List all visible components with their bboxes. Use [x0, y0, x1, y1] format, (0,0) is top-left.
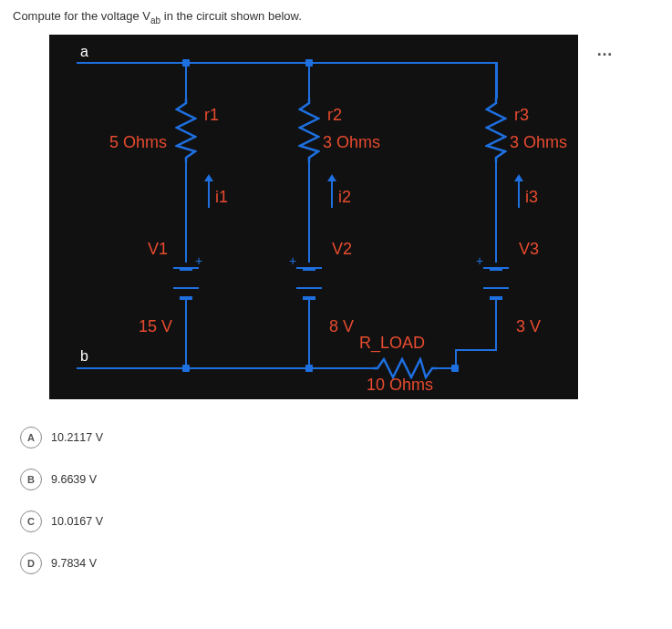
label-rload-val: 10 Ohms: [367, 376, 433, 395]
option-b[interactable]: B 9.6639 V: [16, 463, 659, 496]
terminal-a: a: [80, 44, 88, 60]
polarity-plus-1: +: [195, 253, 202, 268]
terminal-b: b: [80, 348, 88, 365]
resistor-r3: [485, 98, 507, 162]
option-text: 10.0167 V: [51, 515, 103, 528]
question-prefix: Compute for the voltage V: [13, 9, 150, 23]
resistor-r1: [175, 98, 197, 162]
answer-options: A 10.2117 V B 9.6639 V C 10.0167 V D 9.7…: [13, 421, 659, 580]
polarity-plus-3: +: [476, 253, 483, 268]
question-text: Compute for the voltage Vab in the circu…: [13, 9, 659, 26]
option-d[interactable]: D 9.7834 V: [16, 547, 659, 580]
option-text: 10.2117 V: [51, 431, 103, 444]
option-text: 9.7834 V: [51, 557, 97, 570]
label-r3-val: 3 Ohms: [510, 133, 567, 152]
label-r2-val: 3 Ohms: [323, 133, 380, 152]
ellipsis-icon: …: [596, 41, 615, 60]
question-sub: ab: [150, 15, 160, 26]
label-v2-name: V2: [332, 240, 352, 259]
more-options-button[interactable]: …: [594, 40, 616, 62]
label-rload-name: R_LOAD: [359, 334, 425, 353]
label-v3-name: V3: [519, 240, 539, 259]
option-letter: B: [20, 469, 42, 490]
polarity-plus-2: +: [289, 253, 296, 268]
label-v3-val: 3 V: [516, 317, 541, 336]
option-c[interactable]: C 10.0167 V: [16, 505, 659, 538]
label-i1: i1: [215, 188, 228, 207]
option-a[interactable]: A 10.2117 V: [16, 421, 659, 454]
label-i3: i3: [525, 188, 538, 207]
label-r1-val: 5 Ohms: [109, 133, 167, 152]
label-v2-val: 8 V: [329, 317, 354, 336]
label-v1-val: 15 V: [139, 317, 172, 336]
option-text: 9.6639 V: [51, 473, 97, 486]
label-v1-name: V1: [148, 240, 168, 259]
question-suffix: in the circuit shown below.: [160, 9, 302, 23]
resistor-r2: [298, 98, 320, 162]
option-letter: C: [20, 510, 42, 532]
circuit-diagram: a r1 5 Ohms i1 V1 +: [49, 35, 578, 399]
label-r3-name: r3: [514, 106, 529, 125]
label-r1-name: r1: [204, 106, 219, 125]
label-i2: i2: [338, 188, 351, 207]
label-r2-name: r2: [327, 106, 342, 125]
option-letter: A: [20, 427, 42, 449]
option-letter: D: [20, 552, 42, 574]
